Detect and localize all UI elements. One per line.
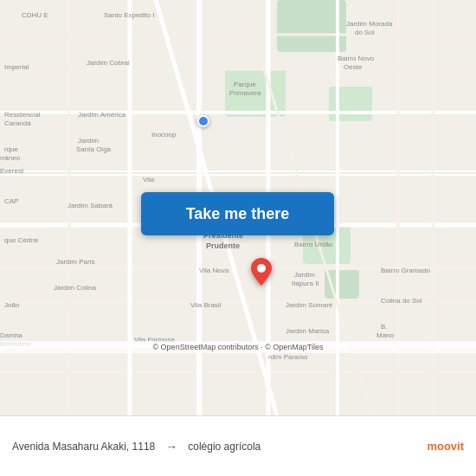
svg-text:Damha: Damha <box>0 331 23 339</box>
svg-text:João: João <box>4 301 20 309</box>
svg-text:CDHU E: CDHU E <box>22 11 48 19</box>
svg-text:Jardim Sabará: Jardim Sabará <box>68 202 113 209</box>
svg-text:Santo Expedito I: Santo Expedito I <box>104 11 155 19</box>
svg-text:CAP: CAP <box>4 197 18 205</box>
svg-text:Mano: Mano <box>376 331 395 339</box>
svg-text:Jardim Sumaré: Jardim Sumaré <box>286 301 333 309</box>
svg-text:Itapura II: Itapura II <box>292 280 319 287</box>
svg-text:Vila Brasil: Vila Brasil <box>190 301 222 309</box>
to-location: colégio agrícola <box>188 441 261 453</box>
moovit-brand-name: moovit <box>427 440 464 453</box>
svg-text:Bairro Novo: Bairro Novo <box>338 55 375 62</box>
svg-text:Bairro União: Bairro União <box>294 241 333 248</box>
svg-text:Jardim Paris: Jardim Paris <box>56 258 94 266</box>
svg-text:Vila: Vila <box>143 176 155 183</box>
map-attribution: © OpenStreetMap contributors · © OpenMap… <box>0 341 476 353</box>
svg-text:Colina do Sol: Colina do Sol <box>381 297 422 305</box>
take-me-there-button[interactable]: Take me there <box>141 192 334 235</box>
svg-text:Jardim Cobral: Jardim Cobral <box>87 59 130 67</box>
map-view: CDHU E Santo Expedito I Jardim Morada do… <box>0 0 476 415</box>
svg-text:Santa Olga: Santa Olga <box>76 145 112 153</box>
svg-text:do Sol: do Sol <box>355 29 375 36</box>
svg-rect-5 <box>329 87 372 121</box>
svg-text:Jardim Marisa: Jardim Marisa <box>286 327 330 335</box>
svg-text:Jardim América: Jardim América <box>78 111 126 119</box>
from-location: Avenida Masaharu Akaki, 1118 <box>12 441 155 453</box>
svg-point-69 <box>257 264 266 273</box>
route-info: Avenida Masaharu Akaki, 1118 → colégio a… <box>12 440 412 453</box>
svg-text:que Cedrai: que Cedrai <box>4 236 38 244</box>
svg-text:Bairro Gramado: Bairro Gramado <box>381 267 430 274</box>
moovit-logo: moovit <box>412 440 464 453</box>
svg-text:Jardim: Jardim <box>78 137 99 145</box>
svg-text:Everest: Everest <box>0 167 24 175</box>
svg-text:Oeste: Oeste <box>344 63 363 71</box>
origin-dot <box>197 115 209 127</box>
svg-text:Imperial: Imperial <box>4 63 29 71</box>
bottom-navigation-bar: Avenida Masaharu Akaki, 1118 → colégio a… <box>0 415 476 476</box>
svg-text:Vila Nova: Vila Nova <box>199 267 229 274</box>
svg-text:Inocoop: Inocoop <box>151 131 177 138</box>
arrow-icon: → <box>158 440 184 453</box>
svg-text:Jardim Colina: Jardim Colina <box>54 284 96 292</box>
svg-text:Primavera: Primavera <box>229 89 261 97</box>
destination-pin <box>251 258 272 289</box>
svg-text:Jardim: Jardim <box>294 271 315 279</box>
svg-text:Residencial: Residencial <box>4 111 41 119</box>
svg-text:rráneo: rráneo <box>0 154 21 162</box>
svg-text:Parque: Parque <box>234 80 256 88</box>
svg-text:Jardim Morada: Jardim Morada <box>346 20 393 28</box>
svg-text:rdim Paraíso: rdim Paraíso <box>268 353 308 361</box>
svg-text:Prudente: Prudente <box>206 241 240 250</box>
svg-text:rque: rque <box>4 145 19 153</box>
svg-text:Carandá: Carandá <box>4 119 31 127</box>
svg-text:B.: B. <box>381 323 388 331</box>
